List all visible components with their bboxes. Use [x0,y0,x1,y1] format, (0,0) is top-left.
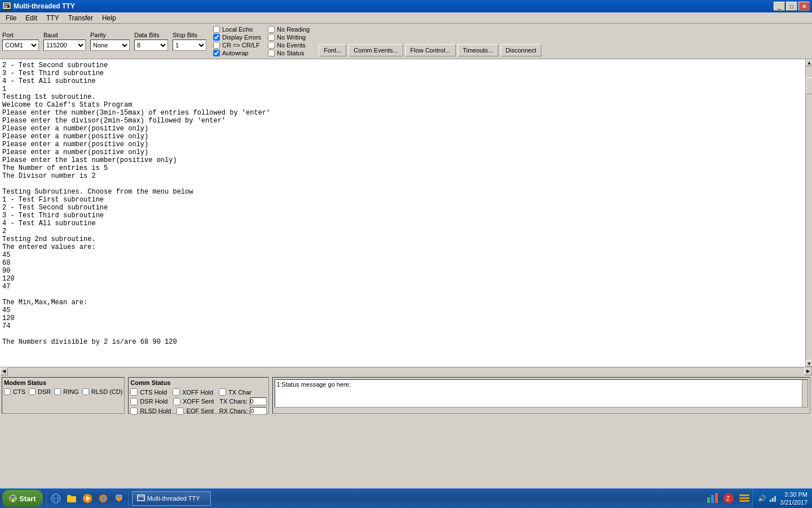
cr-crlf-row: CR => CR/LF [213,42,261,49]
xoff-sent-checkbox[interactable] [173,398,180,405]
rlsd-hold-label: RLSD Hold [140,408,171,414]
cr-crlf-checkbox[interactable] [213,42,220,49]
dsr-hold-checkbox[interactable] [130,398,138,405]
taskbar-ie-icon[interactable] [49,492,63,505]
local-echo-label: Local Echo [222,26,253,33]
port-select[interactable]: COM1COM2COM3COM4 [2,40,39,51]
tray-clock[interactable]: 3:30 PM 3/21/2017 [780,491,807,507]
menu-file[interactable]: File [1,13,21,23]
scroll-right-button[interactable]: ▶ [804,367,812,375]
taskbar-media-icon[interactable] [81,492,94,505]
hscroll-track [8,367,804,375]
scroll-up-button[interactable]: ▲ [806,59,812,66]
no-events-label: No Events [277,42,306,49]
tray-volume-icon[interactable]: 🔊 [757,494,766,503]
ring-row: RING [54,388,79,395]
dsr-checkbox[interactable] [29,388,36,395]
rlsd-checkbox[interactable] [82,388,89,395]
cts-row: CTS [4,388,25,395]
stop-bits-select[interactable]: 11.52 [173,40,206,51]
no-reading-checkbox[interactable] [268,26,275,33]
comm-row-3: RLSD Hold EOF Sent RX Chars: [130,407,267,415]
rlsd-hold-checkbox[interactable] [130,408,138,415]
parity-select[interactable]: NoneOddEvenMarkSpace [90,40,130,51]
scroll-thumb[interactable] [806,77,812,94]
svg-rect-24 [707,497,710,503]
autowrap-checkbox[interactable] [213,50,220,56]
ring-label: RING [63,388,79,395]
tx-char-checkbox[interactable] [219,388,226,396]
taskbar-red-icon[interactable]: Z [722,492,735,505]
tx-chars-label: TX Chars: [219,398,248,405]
ring-checkbox[interactable] [54,388,61,395]
cts-label: CTS [13,388,25,395]
scroll-left-button[interactable]: ◀ [0,367,8,375]
window-controls: _ □ ✕ [774,2,810,11]
modem-status-panel: Modem Status CTS DSR RING RLSD (CD) [2,377,125,414]
disconnect-button[interactable]: Disconnect [501,44,541,56]
buttons-row-1: Font... Comm Events... Flow Control... T… [319,44,541,56]
title-bar: Multi-threaded TTY _ □ ✕ [0,0,812,12]
baud-select[interactable]: 1152009600192003840057600 [43,40,86,51]
data-bits-select[interactable]: 8765 [134,40,168,51]
no-status-checkbox[interactable] [268,50,275,56]
start-button[interactable]: Start [2,490,43,507]
menu-transfer[interactable]: Transfer [64,13,98,23]
rlsd-label: RLSD (CD) [91,388,123,395]
taskbar-firefox-icon[interactable] [96,492,110,505]
comm-events-button[interactable]: Comm Events... [348,44,403,56]
close-button[interactable]: ✕ [798,2,810,11]
eof-sent-checkbox[interactable] [176,408,184,415]
taskbar-graph-icon[interactable] [706,492,720,505]
svg-point-8 [14,497,16,500]
no-writing-label: No Writing [277,34,306,41]
app-icon [2,2,11,11]
minimize-button[interactable]: _ [774,2,785,11]
port-label: Port [2,32,39,38]
rlsd-row: RLSD (CD) [82,388,123,395]
cts-hold-checkbox[interactable] [130,388,138,396]
local-echo-checkbox[interactable] [213,26,220,33]
comm-row-1: CTS Hold XOFF Hold TX Char [130,388,267,396]
no-writing-checkbox[interactable] [268,34,275,41]
taskbar-tools-icon[interactable] [738,492,751,505]
message-status-panel: 1:Status message go here: [272,377,810,414]
tray-network-icon[interactable] [769,494,778,503]
flow-control-button[interactable]: Flow Control... [405,44,456,56]
dsr-label: DSR [38,388,51,395]
terminal-output[interactable]: 2 - Test Second subroutine 3 - Test Thir… [0,59,805,367]
no-status-label: No Status [277,50,304,56]
taskbar-app-tty[interactable]: Multi-threaded TTY [132,491,211,506]
no-writing-row: No Writing [268,34,310,41]
taskbar-folder-icon[interactable] [65,492,78,505]
autowrap-row: Autowrap [213,50,261,56]
menu-help[interactable]: Help [98,13,121,23]
taskbar-security-icon[interactable] [112,492,126,505]
xoff-hold-checkbox[interactable] [173,388,180,396]
message-scrollbar[interactable] [802,380,807,407]
menu-tty[interactable]: TTY [42,13,64,23]
svg-rect-29 [739,497,749,499]
vertical-scrollbar[interactable]: ▲ ▼ [805,59,812,367]
parity-group: Parity NoneOddEvenMarkSpace [90,32,130,51]
baud-group: Baud 1152009600192003840057600 [43,32,86,51]
no-events-checkbox[interactable] [268,42,275,49]
svg-point-10 [12,499,14,501]
maximize-button[interactable]: □ [786,2,797,11]
no-reading-row: No Reading [268,26,310,33]
svg-rect-15 [67,495,71,497]
cts-checkbox[interactable] [4,388,11,395]
scroll-down-button[interactable]: ▼ [806,360,812,367]
menu-edit[interactable]: Edit [21,13,42,23]
timeouts-button[interactable]: Timeouts... [458,44,498,56]
display-errors-checkbox[interactable] [213,34,220,41]
comm-status-title: Comm Status [130,379,267,386]
modem-status-title: Modem Status [4,379,122,386]
rx-chars-input[interactable] [250,407,267,415]
cr-crlf-label: CR => CR/LF [222,42,260,49]
svg-rect-26 [715,493,718,503]
display-errors-row: Display Errors [213,34,261,41]
tx-chars-input[interactable] [250,397,267,405]
toolbar: Port COM1COM2COM3COM4 Baud 1152009600192… [0,24,812,59]
font-button[interactable]: Font... [319,44,346,56]
